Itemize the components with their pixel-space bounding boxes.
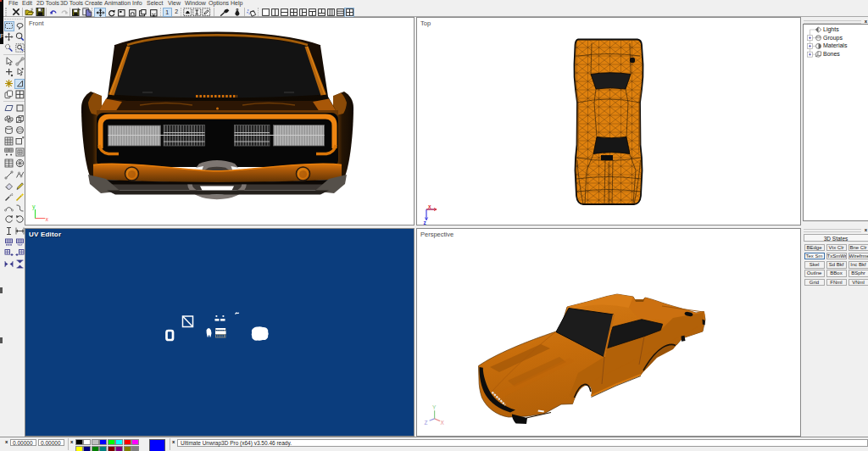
svg-text:Z: Z <box>425 420 428 426</box>
svg-text:x: x <box>428 203 431 209</box>
svg-text:Y: Y <box>432 404 437 410</box>
svg-text:z: z <box>424 220 427 225</box>
svg-text:X: X <box>441 420 445 426</box>
svg-text:y: y <box>32 203 36 210</box>
svg-text:x: x <box>46 216 49 222</box>
